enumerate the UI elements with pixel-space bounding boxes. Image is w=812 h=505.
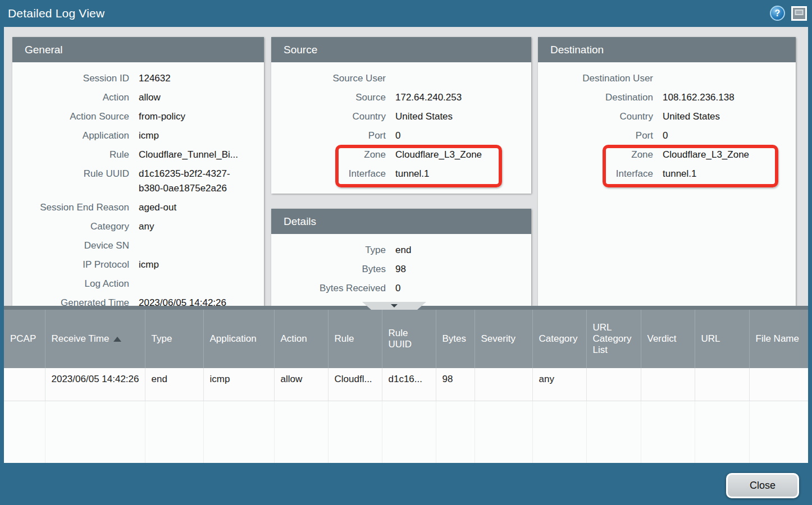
field-action-source: Action Sourcefrom-policy [12,107,264,126]
cell-category: any [532,368,586,401]
destination-panel: Destination Destination User Destination… [538,37,796,306]
general-panel: General Session ID124632 Actionallow Act… [12,37,264,306]
cell-rule-uuid: d1c16... [382,368,436,401]
field-destination: Destination108.162.236.138 [538,88,796,107]
log-table: PCAP Receive Time Type Application Actio… [4,310,808,463]
column-header-file-name[interactable]: File Name [749,310,808,368]
destination-panel-body: Destination User Destination108.162.236.… [538,62,796,306]
field-category: Categoryany [12,217,264,236]
column-header-rule-uuid[interactable]: Rule UUID [382,310,436,368]
titlebar: Detailed Log View ? [0,0,812,27]
column-header-application[interactable]: Application [203,310,274,368]
cell-rule: Cloudfl... [328,368,382,401]
splitter-handle[interactable] [362,302,426,310]
page-title: Detailed Log View [8,0,104,27]
detailed-log-view-dialog: { "titlebar": { "title": "Detailed Log V… [0,0,812,505]
general-panel-header: General [12,37,264,62]
table-header-row: PCAP Receive Time Type Application Actio… [4,310,808,368]
log-table-container: PCAP Receive Time Type Application Actio… [4,310,808,463]
field-source-zone: ZoneCloudflare_L3_Zone [271,145,531,164]
column-header-type[interactable]: Type [145,310,203,368]
field-device-sn: Device SN [12,236,264,255]
cell-file-name [749,368,808,401]
cell-pcap [4,368,45,401]
source-panel-body: Source User Source172.64.240.253 Country… [271,62,531,194]
cell-application: icmp [203,368,274,401]
cell-type: end [145,368,203,401]
details-panel-body: Typeend Bytes98 Bytes Received0 [271,234,531,306]
field-source-port: Port0 [271,126,531,145]
dialog-content: General Session ID124632 Actionallow Act… [4,27,808,306]
column-header-url[interactable]: URL [695,310,749,368]
field-source: Source172.64.240.253 [271,88,531,107]
source-panel-header: Source [271,37,531,62]
field-source-user: Source User [271,69,531,88]
cell-bytes: 98 [436,368,475,401]
column-header-action[interactable]: Action [274,310,328,368]
field-destination-interface: Interfacetunnel.1 [538,164,796,183]
help-icon[interactable]: ? [770,6,785,21]
column-header-category[interactable]: Category [532,310,586,368]
close-button[interactable]: Close [726,473,799,498]
column-header-url-category-list[interactable]: URL Category List [586,310,641,368]
field-destination-zone: ZoneCloudflare_L3_Zone [538,145,796,164]
details-panel: Details Typeend Bytes98 Bytes Received0 [271,209,531,306]
cell-receive-time: 2023/06/05 14:42:26 [45,368,145,401]
field-log-action: Log Action [12,274,264,293]
table-filler-row [4,401,808,463]
column-header-pcap[interactable]: PCAP [4,310,45,368]
general-panel-body: Session ID124632 Actionallow Action Sour… [12,62,264,306]
field-ip-protocol: IP Protocolicmp [12,255,264,274]
window-glyph [795,10,804,15]
cell-action: allow [274,368,328,401]
cell-url-category-list [586,368,641,401]
field-bytes: Bytes98 [271,260,531,279]
column-header-bytes[interactable]: Bytes [436,310,475,368]
column-header-rule[interactable]: Rule [328,310,382,368]
details-panel-header: Details [271,209,531,234]
field-session-id: Session ID124632 [12,69,264,88]
cell-severity [475,368,532,401]
column-header-verdict[interactable]: Verdict [641,310,695,368]
field-type: Typeend [271,241,531,260]
maximize-window-icon[interactable] [791,6,807,21]
cell-url [695,368,749,401]
chevron-down-icon [391,304,398,307]
field-session-end-reason: Session End Reasonaged-out [12,198,264,217]
field-source-interface: Interfacetunnel.1 [271,164,531,183]
field-source-country: CountryUnited States [271,107,531,126]
field-action: Actionallow [12,88,264,107]
field-rule-uuid: Rule UUIDd1c16235-b2f2-4327-b380-0ae1875… [12,164,264,198]
sort-ascending-icon [113,337,121,342]
field-generated-time: Generated Time2023/06/05 14:42:26 [12,293,264,306]
field-rule: RuleCloudflare_Tunnel_Bi... [12,145,264,164]
field-destination-user: Destination User [538,69,796,88]
field-destination-port: Port0 [538,126,796,145]
field-bytes-received: Bytes Received0 [271,279,531,298]
destination-panel-header: Destination [538,37,796,62]
column-header-severity[interactable]: Severity [475,310,532,368]
source-panel: Source Source User Source172.64.240.253 … [271,37,531,194]
field-destination-country: CountryUnited States [538,107,796,126]
cell-verdict [641,368,695,401]
titlebar-icons: ? [770,6,807,21]
table-row[interactable]: 2023/06/05 14:42:26 end icmp allow Cloud… [4,368,808,401]
field-application: Applicationicmp [12,126,264,145]
column-header-receive-time[interactable]: Receive Time [45,310,145,368]
